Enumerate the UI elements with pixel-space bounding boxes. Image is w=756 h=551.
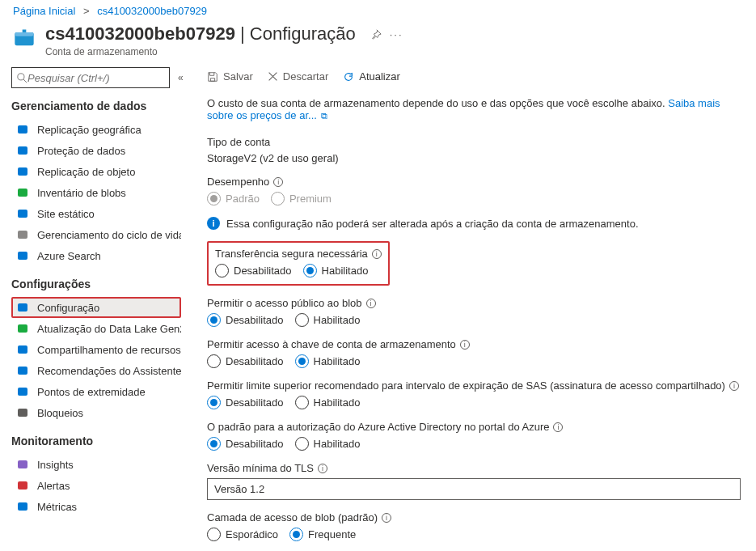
performance-standard-radio: Padrão (207, 192, 260, 206)
nav-item-icon (16, 186, 29, 199)
svg-rect-10 (18, 231, 27, 239)
aad-default-disabled-radio[interactable]: Desabilitado (207, 437, 284, 451)
nav-item-label: Replicação de objeto (37, 166, 135, 178)
collapse-sidebar-icon[interactable]: « (178, 72, 184, 83)
sidebar-item[interactable]: Bloqueios (11, 402, 181, 423)
nav-item-icon (16, 144, 29, 157)
sidebar-group-monitor: Monitoramento (11, 434, 181, 447)
sidebar-group-data: Gerenciamento de dados (11, 100, 181, 112)
nav-item-icon (16, 322, 29, 335)
sidebar-item[interactable]: Insights (11, 454, 181, 475)
sidebar-item[interactable]: Alertas (11, 475, 181, 496)
nav-item-label: Proteção de dados (37, 145, 125, 157)
info-icon[interactable]: i (729, 381, 739, 391)
pin-icon[interactable] (370, 29, 382, 40)
performance-premium-radio: Premium (271, 192, 332, 206)
blob-tier-cool-radio[interactable]: Esporádico (207, 528, 278, 541)
svg-rect-1 (15, 32, 33, 36)
nav-item-icon (16, 458, 29, 471)
field-public-blob: Permitir o acesso público ao blobi Desab… (207, 297, 746, 327)
nav-item-label: Compartilhamento de recursos (C... (37, 344, 181, 356)
svg-rect-17 (18, 409, 27, 417)
account-key-enabled-radio[interactable]: Habilitado (295, 354, 361, 368)
field-blob-tier: Camada de acesso de blob (padrão)i Espor… (207, 511, 746, 541)
breadcrumb-home[interactable]: Página Inicial (13, 5, 75, 17)
blob-tier-hot-radio[interactable]: Frequente (289, 528, 356, 541)
public-blob-label: Permitir o acesso público ao blob (207, 297, 362, 309)
public-blob-enabled-radio[interactable]: Habilitado (295, 313, 361, 327)
account-key-disabled-radio[interactable]: Desabilitado (207, 354, 284, 368)
secure-transfer-enabled-radio[interactable]: Habilitado (303, 264, 369, 278)
search-input[interactable] (27, 72, 164, 84)
save-button[interactable]: Salvar (207, 70, 253, 83)
discard-button[interactable]: Descartar (268, 70, 328, 83)
sidebar-item[interactable]: Recomendações do Assistente (11, 360, 181, 381)
nav-item-label: Azure Search (37, 250, 101, 262)
breadcrumb-sep: > (83, 5, 90, 17)
sas-limit-disabled-radio[interactable]: Desabilitado (207, 396, 284, 409)
sidebar-item[interactable]: Configuração (11, 297, 181, 318)
aad-default-enabled-radio[interactable]: Habilitado (295, 437, 361, 451)
sidebar-item[interactable]: Gerenciamento do ciclo de vida (11, 224, 181, 245)
svg-rect-20 (18, 502, 27, 511)
info-icon[interactable]: i (318, 464, 327, 473)
nav-item-label: Inventário de blobs (37, 187, 126, 199)
nav-item-icon (16, 385, 29, 398)
svg-line-4 (23, 79, 27, 83)
cost-text: O custo de sua conta de armazenamento de… (207, 97, 665, 109)
tls-min-label: Versão mínima do TLS (207, 462, 314, 474)
info-icon[interactable]: i (460, 340, 470, 350)
svg-rect-2 (23, 30, 27, 33)
sas-limit-enabled-radio[interactable]: Habilitado (295, 396, 361, 409)
nav-item-icon (16, 123, 29, 136)
breadcrumb: Página Inicial > cs410032000beb07929 (0, 0, 756, 20)
sidebar-item[interactable]: Replicação geográfica (11, 119, 181, 140)
info-icon[interactable]: i (366, 299, 376, 308)
info-icon[interactable]: i (382, 513, 391, 523)
sidebar-item[interactable]: Proteção de dados (11, 140, 181, 161)
info-banner-icon: i (207, 217, 220, 230)
field-account-key: Permitir acesso à chave de conta de arma… (207, 338, 746, 368)
sidebar-item[interactable]: Atualização do Data Lake Gen2 (11, 318, 181, 339)
search-input-wrap[interactable] (11, 67, 170, 88)
nav-item-label: Pontos de extremidade (37, 386, 146, 398)
nav-item-icon (16, 207, 29, 220)
info-icon[interactable]: i (372, 249, 382, 259)
nav-item-label: Configuração (37, 302, 99, 314)
tls-min-select[interactable]: Versão 1.2 (207, 478, 741, 500)
nav-item-label: Alertas (37, 480, 70, 492)
refresh-button[interactable]: Atualizar (343, 70, 400, 83)
aad-default-label: O padrão para a autorização do Azure Act… (207, 421, 549, 433)
sidebar-item[interactable]: Compartilhamento de recursos (C... (11, 339, 181, 360)
nav-item-label: Métricas (37, 501, 77, 513)
info-icon[interactable]: i (273, 177, 283, 187)
nav-item-label: Insights (37, 459, 74, 471)
sidebar-item[interactable]: Azure Search (11, 245, 181, 266)
refresh-label: Atualizar (359, 70, 400, 83)
sidebar-item[interactable]: Métricas (11, 496, 181, 517)
account-type-label: Tipo de conta (207, 136, 746, 148)
page-title: cs410032000beb07929 | Configuração (45, 23, 356, 45)
section-name: Configuração (250, 23, 356, 44)
sidebar: « Gerenciamento de dados Replicação geog… (0, 67, 188, 551)
sidebar-item[interactable]: Inventário de blobs (11, 182, 181, 203)
public-blob-disabled-radio[interactable]: Desabilitado (207, 313, 284, 327)
svg-rect-11 (18, 252, 27, 260)
svg-rect-6 (18, 146, 27, 155)
search-icon (17, 73, 27, 83)
sidebar-item[interactable]: Site estático (11, 203, 181, 224)
info-icon[interactable]: i (553, 422, 563, 432)
nav-item-icon (16, 343, 29, 356)
discard-label: Descartar (283, 70, 328, 83)
svg-rect-5 (18, 125, 27, 134)
nav-item-label: Replicação geográfica (37, 124, 141, 136)
svg-rect-8 (18, 189, 27, 197)
nav-item-icon (16, 249, 29, 262)
nav-item-icon (16, 228, 29, 241)
nav-item-icon (16, 406, 29, 419)
more-icon[interactable]: ··· (390, 28, 403, 40)
breadcrumb-current[interactable]: cs410032000beb07929 (97, 5, 207, 17)
sidebar-item[interactable]: Replicação de objeto (11, 161, 181, 182)
secure-transfer-disabled-radio[interactable]: Desabilitado (215, 264, 292, 278)
sidebar-item[interactable]: Pontos de extremidade (11, 381, 181, 402)
